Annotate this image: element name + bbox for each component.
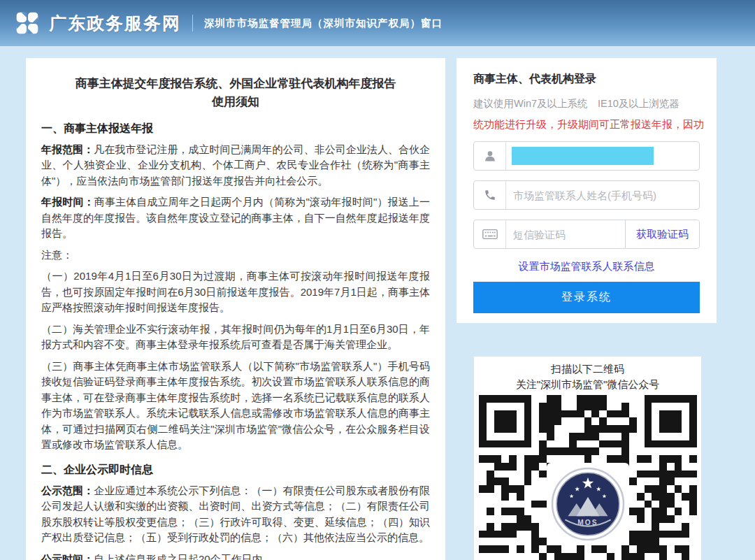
login-panel: 商事主体、代表机构登录 建议使用Win7及以上系统 IE10及以上浏览器 统功能… (456, 58, 717, 323)
note-label: 注意： (41, 247, 430, 264)
annual-time-label: 年报时间： (41, 196, 94, 208)
phone-icon (474, 181, 506, 209)
department-window-title: 深圳市市场监督管理局（深圳市知识产权局）窗口 (204, 17, 443, 30)
notice-title-line1: 商事主体提交年度报告系统、外国企业常驻代表机构年度报告 (41, 75, 430, 93)
user-icon (474, 142, 506, 170)
annual-time-text: 商事主体自成立周年之日起两个月内（简称为"滚动年报时间"）报送上一自然年度的年度… (41, 196, 430, 239)
site-title: 广东政务服务网 (49, 12, 181, 35)
login-title: 商事主体、代表机构登录 (473, 72, 700, 87)
contact-name-input[interactable] (506, 181, 699, 209)
header-divider (192, 15, 193, 31)
sms-code-input-row[interactable]: 获取验证码 (473, 220, 700, 249)
set-contact-info-link[interactable]: 设置市场监管联系人联系信息 (519, 260, 655, 272)
qr-code: MOS (479, 395, 697, 560)
mos-badge-icon: MOS (551, 467, 625, 541)
notice-title: 商事主体提交年度报告系统、外国企业常驻代表机构年度报告 使用须知 (41, 75, 430, 112)
browser-requirement-hint: 建议使用Win7及以上系统 IE10及以上浏览器 (473, 97, 700, 110)
pinwheel-logo-icon (14, 10, 41, 36)
note-item-1: （一）2019年4月1日至6月30日为过渡期，商事主体可按滚动年报时间报送年度报… (41, 268, 430, 316)
get-verification-code-button[interactable]: 获取验证码 (625, 220, 699, 248)
qr-panel: 扫描以下二维码 关注"深圳市场监管"微信公众号 MOS (474, 357, 701, 560)
qr-center-badge: MOS (547, 463, 629, 545)
publicity-scope-text: 企业应通过本系统公示下列信息：（一）有限责任公司股东或者股份有限公司发起人认缴和… (41, 484, 430, 544)
upgrade-alert-marquee: 统功能进行升级，升级期间可正常报送年报，因功 (473, 118, 717, 131)
annual-scope-label: 年报范围： (41, 143, 94, 155)
keyboard-icon (474, 220, 506, 248)
account-input-row[interactable] (473, 141, 700, 171)
publicity-scope-label: 公示范围： (41, 484, 94, 496)
annual-scope-text: 凡在我市登记注册，成立时间已满周年的公司、非公司企业法人、合伙企业、个人独资企业… (41, 143, 430, 187)
sms-code-input[interactable] (506, 220, 625, 248)
usage-notice-panel: 商事主体提交年度报告系统、外国企业常驻代表机构年度报告 使用须知 一、商事主体报… (26, 58, 445, 560)
site-header: 广东政务服务网 深圳市市场监督管理局（深圳市知识产权局）窗口 (0, 0, 755, 46)
annual-scope-paragraph: 年报范围：凡在我市登记注册，成立时间已满周年的公司、非公司企业法人、合伙企业、个… (41, 142, 430, 189)
autofill-highlight (512, 147, 654, 165)
section2-heading: 二、企业公示即时信息 (41, 463, 430, 478)
qr-caption-line1: 扫描以下二维码 (474, 361, 701, 377)
section1-heading: 一、商事主体报送年报 (41, 122, 430, 136)
publicity-scope-paragraph: 公示范围：企业应通过本系统公示下列信息：（一）有限责任公司股东或者股份有限公司发… (41, 483, 430, 546)
account-field[interactable] (506, 142, 699, 170)
qr-caption-line2: 关注"深圳市场监管"微信公众号 (474, 377, 701, 392)
note-item-2: （二）海关管理企业不实行滚动年报，其年报时间仍为每年的1月1日至6月30日，年报… (41, 322, 430, 353)
login-button[interactable]: 登录系统 (473, 282, 700, 313)
publicity-time-paragraph: 公示时间：自上述信息形成之日起20个工作日内。 (41, 552, 430, 560)
publicity-time-text: 自上述信息形成之日起20个工作日内。 (94, 553, 273, 560)
notice-title-line2: 使用须知 (41, 93, 430, 111)
publicity-time-label: 公示时间： (41, 553, 94, 560)
note-item-3: （三）商事主体凭商事主体市场监管联系人（以下简称"市场监管联系人"）手机号码接收… (41, 359, 430, 453)
contact-input-row[interactable] (473, 180, 700, 210)
annual-time-paragraph: 年报时间：商事主体自成立周年之日起两个月内（简称为"滚动年报时间"）报送上一自然… (41, 194, 430, 242)
